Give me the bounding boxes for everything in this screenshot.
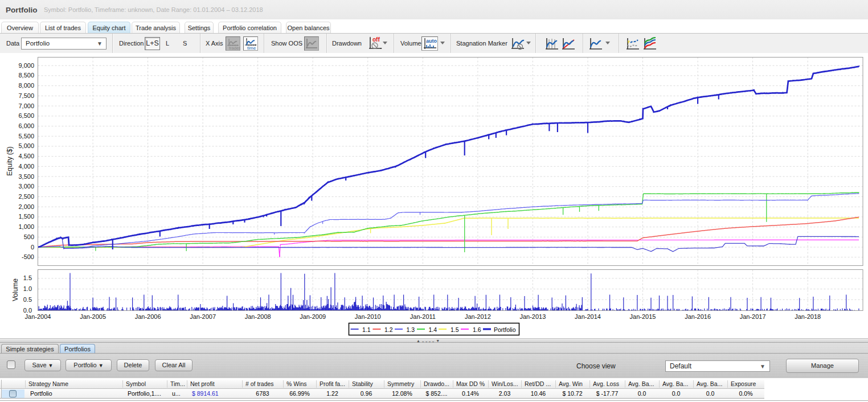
svg-text:8,000: 8,000 xyxy=(18,82,34,89)
svg-text:Jan-2008: Jan-2008 xyxy=(245,313,271,320)
svg-text:Jan-2014: Jan-2014 xyxy=(575,313,601,320)
svg-text:Jan-2018: Jan-2018 xyxy=(795,313,821,320)
svg-text:Volume: Volume xyxy=(11,278,19,301)
svg-text:1,500: 1,500 xyxy=(18,213,34,220)
svg-text:1.1: 1.1 xyxy=(362,326,371,333)
svg-text:0.0: 0.0 xyxy=(23,307,32,314)
svg-text:1.2: 1.2 xyxy=(384,326,393,333)
svg-text:3,500: 3,500 xyxy=(18,173,34,180)
svg-text:Jan-2013: Jan-2013 xyxy=(519,313,546,320)
svg-text:Jan-2007: Jan-2007 xyxy=(190,313,216,320)
svg-text:off: off xyxy=(372,36,380,43)
svg-text:6,500: 6,500 xyxy=(18,112,34,119)
svg-text:500: 500 xyxy=(24,233,34,240)
svg-text:Jan-2004: Jan-2004 xyxy=(25,313,51,320)
svg-text:time: time xyxy=(247,46,256,50)
svg-text:Jan-2016: Jan-2016 xyxy=(685,313,711,320)
svg-text:6,000: 6,000 xyxy=(18,122,34,129)
svg-text:-500: -500 xyxy=(22,253,34,260)
svg-text:auto: auto xyxy=(426,38,437,44)
svg-text:Jan-2017: Jan-2017 xyxy=(740,313,766,320)
svg-text:2,500: 2,500 xyxy=(18,193,34,200)
svg-text:Jan-2012: Jan-2012 xyxy=(465,313,491,320)
svg-text:0: 0 xyxy=(31,244,34,251)
svg-text:2,000: 2,000 xyxy=(18,203,34,210)
svg-text:1.0: 1.0 xyxy=(23,285,32,292)
svg-text:8,500: 8,500 xyxy=(18,72,34,79)
svg-text:0.5: 0.5 xyxy=(23,296,32,303)
svg-text:3,000: 3,000 xyxy=(18,183,34,190)
svg-text:4,500: 4,500 xyxy=(18,153,34,159)
svg-text:Jan-2006: Jan-2006 xyxy=(135,313,161,320)
svg-text:Jan-2015: Jan-2015 xyxy=(630,313,656,320)
svg-text:Jan-2009: Jan-2009 xyxy=(300,313,326,320)
svg-text:Jan-2010: Jan-2010 xyxy=(355,313,381,320)
svg-text:Jan-2011: Jan-2011 xyxy=(410,313,436,320)
svg-text:5,500: 5,500 xyxy=(18,133,34,140)
svg-text:Jan-2005: Jan-2005 xyxy=(80,313,106,320)
svg-text:4,000: 4,000 xyxy=(18,163,34,170)
svg-text:7,000: 7,000 xyxy=(18,102,34,109)
svg-text:1.5: 1.5 xyxy=(23,274,32,281)
svg-text:9,000: 9,000 xyxy=(18,62,34,69)
svg-text:1.6: 1.6 xyxy=(473,326,481,333)
svg-text:Portfolio: Portfolio xyxy=(494,326,516,333)
svg-text:1.5: 1.5 xyxy=(451,326,459,333)
svg-text:7,500: 7,500 xyxy=(18,92,34,99)
svg-text:trades: trades xyxy=(229,46,240,50)
svg-text:Equity ($): Equity ($) xyxy=(6,146,14,175)
svg-text:5,000: 5,000 xyxy=(18,142,34,149)
svg-text:1.3: 1.3 xyxy=(407,326,415,333)
svg-text:1.4: 1.4 xyxy=(429,326,437,333)
svg-text:1,000: 1,000 xyxy=(18,223,34,230)
